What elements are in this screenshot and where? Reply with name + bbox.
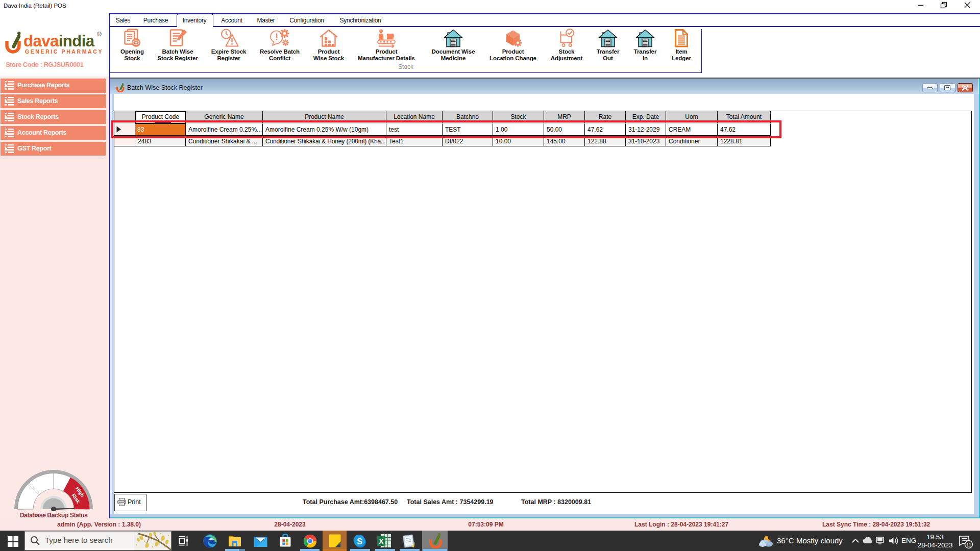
svg-text:S: S: [357, 537, 362, 546]
svg-text:11: 11: [966, 542, 971, 547]
svg-text:X: X: [379, 537, 384, 545]
